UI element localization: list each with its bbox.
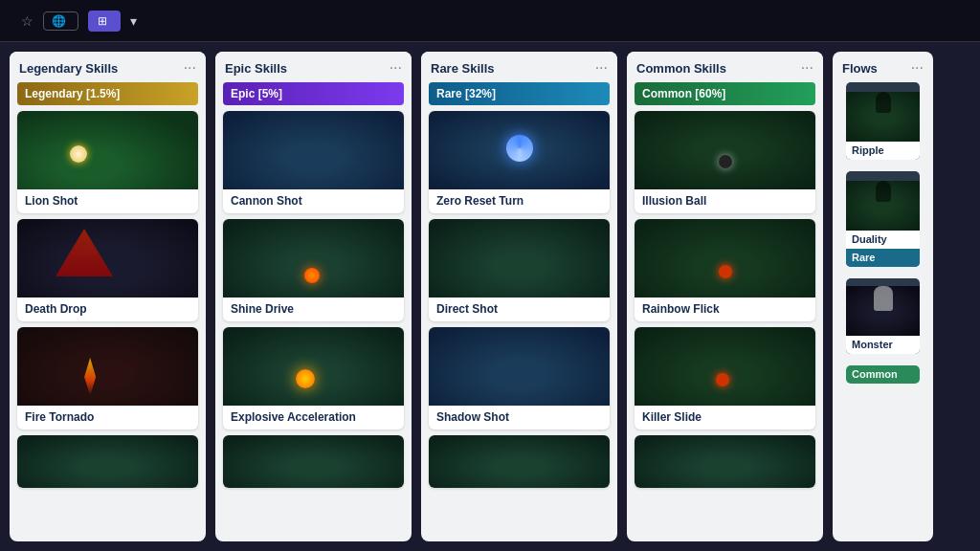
rarity-badge: Common [60%] <box>635 82 815 105</box>
flow-item-flows-monster[interactable]: Monster <box>846 278 920 354</box>
card-image <box>223 435 404 488</box>
card-death-drop[interactable]: Death Drop <box>17 219 198 321</box>
column-menu-icon[interactable]: ··· <box>801 59 813 77</box>
flow-item-flows-ripple[interactable]: Ripple <box>846 82 920 160</box>
card-fire-tornado[interactable]: Fire Tornado <box>17 327 198 430</box>
visibility-button[interactable]: 🌐 <box>43 11 78 31</box>
card-image <box>635 327 815 406</box>
flow-label: Duality <box>846 231 920 249</box>
column-header: Common Skills ··· <box>627 52 823 82</box>
card-label: Cannon Shot <box>223 189 404 213</box>
flows-cards: Ripple Duality Rare Monster Common <box>833 82 933 541</box>
column-title: Legendary Skills <box>19 61 118 76</box>
card-image <box>223 327 404 406</box>
column-header: Legendary Skills ··· <box>10 52 206 82</box>
star-icon[interactable]: ☆ <box>21 13 33 29</box>
card-label: Death Drop <box>17 298 198 321</box>
rarity-badge: Legendary [1.5%] <box>17 82 198 105</box>
flow-label: Ripple <box>846 142 920 160</box>
card-image <box>17 435 198 488</box>
card-label: Killer Slide <box>635 406 815 430</box>
flows-menu-icon[interactable]: ··· <box>911 59 924 77</box>
column-menu-icon[interactable]: ··· <box>390 59 402 77</box>
column-title: Epic Skills <box>225 61 287 76</box>
card-legendary-partial[interactable] <box>17 435 198 488</box>
card-common-partial[interactable] <box>635 435 815 488</box>
card-image <box>635 219 815 298</box>
chevron-down-icon[interactable]: ▾ <box>130 13 137 29</box>
card-label: Rainbow Flick <box>635 298 815 321</box>
card-image <box>429 327 610 406</box>
flow-item-flows-common-tag[interactable]: Common <box>846 365 920 384</box>
column-rare: Rare Skills ··· Rare [32%] Zero Reset Tu… <box>421 52 617 541</box>
card-image <box>635 111 815 189</box>
flow-image <box>846 181 920 231</box>
column-title: Common Skills <box>636 61 726 76</box>
cards-list: Zero Reset Turn Direct Shot Shadow Shot <box>421 111 617 541</box>
card-shine-drive[interactable]: Shine Drive <box>223 219 404 321</box>
card-label: Explosive Acceleration <box>223 406 404 430</box>
flow-label: Monster <box>846 336 920 354</box>
card-label: Zero Reset Turn <box>429 189 610 213</box>
card-illusion-ball[interactable]: Illusion Ball <box>635 111 815 213</box>
card-label: Lion Shot <box>17 189 198 213</box>
card-label: Shine Drive <box>223 298 404 321</box>
card-image <box>17 111 198 189</box>
card-image <box>223 111 404 189</box>
card-image <box>429 219 610 298</box>
card-image <box>223 219 404 298</box>
column-header: Rare Skills ··· <box>421 52 617 82</box>
card-image <box>17 327 198 406</box>
board-view-button[interactable]: ⊞ <box>88 11 121 32</box>
flow-image <box>846 92 920 142</box>
rarity-badge: Rare [32%] <box>429 82 610 105</box>
card-image <box>429 111 610 189</box>
card-rare-partial[interactable] <box>429 435 610 488</box>
column-epic: Epic Skills ··· Epic [5%] Cannon Shot Sh… <box>215 52 412 541</box>
column-legendary: Legendary Skills ··· Legendary [1.5%] Li… <box>10 52 206 541</box>
card-killer-slide[interactable]: Killer Slide <box>635 327 815 430</box>
cards-list: Illusion Ball Rainbow Flick Killer Slide <box>627 111 823 541</box>
rarity-badge: Epic [5%] <box>223 82 404 105</box>
card-shadow-shot[interactable]: Shadow Shot <box>429 327 610 430</box>
column-header: Epic Skills ··· <box>215 52 412 82</box>
flows-column: Flows ··· Ripple Duality Rare Monster Co <box>833 52 933 541</box>
card-cannon-shot[interactable]: Cannon Shot <box>223 111 404 213</box>
card-zero-reset[interactable]: Zero Reset Turn <box>429 111 610 213</box>
flow-tag: Rare <box>846 249 920 267</box>
column-title: Rare Skills <box>431 61 495 76</box>
cards-list: Cannon Shot Shine Drive Explosive Accele… <box>215 111 412 541</box>
board: Legendary Skills ··· Legendary [1.5%] Li… <box>0 42 980 551</box>
card-label: Illusion Ball <box>635 189 815 213</box>
column-menu-icon[interactable]: ··· <box>595 59 608 77</box>
flow-item-flows-duality[interactable]: Duality Rare <box>846 171 920 267</box>
card-label: Shadow Shot <box>429 406 610 430</box>
board-icon: ⊞ <box>98 14 107 28</box>
column-common: Common Skills ··· Common [60%] Illusion … <box>627 52 823 541</box>
globe-icon: 🌐 <box>52 14 66 28</box>
card-epic-partial[interactable] <box>223 435 404 488</box>
card-rainbow-flick[interactable]: Rainbow Flick <box>635 219 815 321</box>
card-label: Fire Tornado <box>17 406 198 430</box>
flows-title: Flows <box>842 61 878 76</box>
card-image <box>635 435 815 488</box>
card-image <box>17 219 198 298</box>
flows-header: Flows ··· <box>833 52 933 82</box>
card-explosive-acc[interactable]: Explosive Acceleration <box>223 327 404 430</box>
card-direct-shot[interactable]: Direct Shot <box>429 219 610 321</box>
column-menu-icon[interactable]: ··· <box>184 59 196 77</box>
flow-image <box>846 286 920 336</box>
card-label: Direct Shot <box>429 298 610 321</box>
topbar: ☆ 🌐 ⊞ ▾ <box>0 0 980 42</box>
card-image <box>429 435 610 488</box>
cards-list: Lion Shot Death Drop Fire Tornado <box>10 111 206 541</box>
flow-label: Common <box>846 365 920 384</box>
card-lion-shot[interactable]: Lion Shot <box>17 111 198 213</box>
